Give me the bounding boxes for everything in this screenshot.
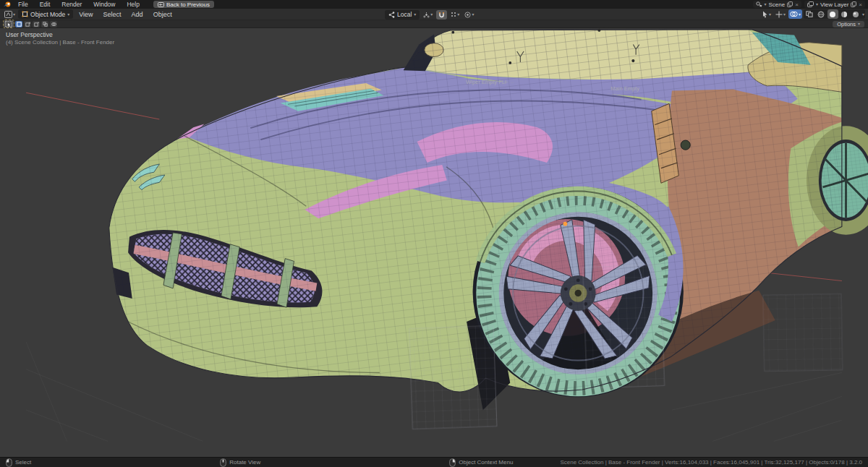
- snap-with-dropdown[interactable]: ▾: [449, 10, 461, 20]
- select-mode-subtract[interactable]: [33, 21, 40, 27]
- show-overlays-toggle[interactable]: ▾: [788, 9, 802, 19]
- chevron-down-icon: ▾: [472, 12, 474, 17]
- scene-stats: Scene Collection | Base - Front Fender |…: [560, 459, 862, 466]
- mode-label: Object Mode: [30, 11, 65, 18]
- pivot-icon: [423, 12, 430, 18]
- chevron-down-icon: ▾: [769, 12, 771, 17]
- select-mode-invert[interactable]: [41, 21, 48, 27]
- empty-label-main: Main Empty: [610, 85, 639, 92]
- unlink-scene-icon[interactable]: ×: [795, 1, 799, 8]
- orientation-label: Local: [397, 11, 412, 18]
- gizmo-icon: [775, 11, 783, 18]
- wireframe-shading-icon: [817, 11, 825, 18]
- menu-object[interactable]: Object: [149, 9, 176, 20]
- mouse-left-icon: [6, 458, 12, 467]
- active-tool-box-select[interactable]: [4, 20, 14, 27]
- mouse-middle-icon: [220, 458, 226, 467]
- object-mode-icon: [22, 11, 28, 17]
- empty-label-wiper: Wiper Empty FLI: [466, 79, 506, 85]
- menu-select[interactable]: Select: [99, 9, 126, 20]
- new-scene-icon[interactable]: [787, 1, 793, 7]
- chevron-down-icon: ▾: [858, 22, 860, 26]
- new-view-layer-icon[interactable]: [851, 1, 856, 7]
- chevron-down-icon: ▾: [13, 12, 15, 17]
- proportional-editing-toggle[interactable]: ▾: [463, 10, 475, 20]
- menu-window[interactable]: Window: [88, 0, 120, 9]
- xray-icon: [806, 11, 813, 17]
- hint-select: Select: [6, 458, 31, 467]
- object-type-visibility-dropdown[interactable]: ▾: [760, 9, 773, 19]
- viewport-3d[interactable]: User Perspective (4) Scene Collection | …: [0, 28, 868, 457]
- material-shading-icon: [841, 11, 848, 18]
- back-to-previous-button[interactable]: Back to Previous: [153, 1, 214, 8]
- scene-canvas[interactable]: Wiper Empty FLI Main Empty: [0, 28, 868, 457]
- menu-help[interactable]: Help: [122, 0, 144, 9]
- view-layer-icon: [807, 1, 814, 7]
- options-label: Options: [837, 21, 856, 27]
- viewport-editor-icon: [4, 11, 12, 18]
- chevron-down-icon: ▾: [816, 2, 818, 7]
- tool-settings-bar: Options ▾: [0, 20, 868, 28]
- solid-shading-icon: [829, 11, 836, 18]
- snap-grid-icon: [451, 12, 456, 17]
- scene-name: Scene: [769, 1, 786, 8]
- chevron-down-icon: ▾: [414, 12, 416, 17]
- xray-toggle[interactable]: [804, 9, 815, 19]
- chevron-down-icon: ▾: [430, 12, 433, 17]
- blender-logo-icon: [3, 1, 12, 8]
- chevron-down-icon: ▾: [783, 12, 786, 17]
- menu-view[interactable]: View: [75, 9, 97, 20]
- chevron-down-icon: ▾: [457, 12, 459, 17]
- pivot-point-dropdown[interactable]: ▾: [422, 10, 434, 20]
- chevron-down-icon: ▾: [765, 2, 767, 7]
- visibility-pointer-icon: [762, 11, 768, 18]
- chevron-down-icon: ▾: [799, 12, 801, 17]
- select-mode-new[interactable]: [15, 21, 22, 27]
- shading-solid-button[interactable]: [827, 9, 838, 19]
- rendered-shading-icon: [852, 11, 859, 18]
- mouse-right-icon: [449, 458, 456, 467]
- hint-context-menu: Object Context Menu: [449, 458, 513, 467]
- shading-rendered-button[interactable]: [851, 9, 861, 19]
- select-mode-extend[interactable]: [24, 21, 31, 27]
- view-layer-selector[interactable]: ▾ View Layer ×: [804, 1, 865, 8]
- topbar: File Edit Render Window Help Back to Pre…: [0, 0, 868, 9]
- proportional-edit-icon: [464, 12, 471, 18]
- view-layer-name: View Layer: [820, 1, 848, 8]
- menu-add[interactable]: Add: [127, 9, 148, 20]
- menu-edit[interactable]: Edit: [35, 0, 56, 9]
- mode-dropdown[interactable]: Object Mode ▾: [18, 9, 73, 19]
- select-mode-intersect[interactable]: [50, 21, 57, 27]
- back-to-previous-label: Back to Previous: [166, 1, 210, 8]
- shading-material-button[interactable]: [839, 9, 850, 19]
- box-select-icon: [5, 21, 12, 27]
- overlays-icon: [790, 11, 798, 17]
- transform-orientation-dropdown[interactable]: Local ▾: [385, 10, 420, 20]
- hint-rotate-view: Rotate View: [220, 458, 260, 467]
- scene-icon: [756, 1, 762, 7]
- editor-type-button[interactable]: ▾: [3, 9, 17, 19]
- hint-context-label: Object Context Menu: [459, 459, 513, 466]
- hint-select-label: Select: [15, 459, 31, 466]
- chevron-down-icon: ▾: [67, 12, 69, 17]
- magnet-icon: [438, 12, 445, 18]
- shading-wireframe-button[interactable]: [816, 9, 827, 19]
- scene-selector[interactable]: ▾ Scene ×: [753, 1, 801, 8]
- remove-view-layer-icon[interactable]: ×: [859, 1, 862, 8]
- menu-render[interactable]: Render: [56, 0, 87, 9]
- menu-file[interactable]: File: [13, 0, 33, 9]
- viewport-header: ▾ Object Mode ▾ View Select Add Object L…: [0, 9, 868, 20]
- options-button[interactable]: Options ▾: [833, 21, 864, 27]
- snap-toggle[interactable]: [436, 10, 447, 20]
- object-origin-dot: [563, 222, 568, 226]
- shading-dropdown-icon[interactable]: ▾: [862, 12, 864, 17]
- hint-rotate-label: Rotate View: [229, 459, 260, 466]
- workspace-back-icon: [158, 2, 164, 7]
- orientation-icon: [388, 12, 395, 18]
- statusbar: Select Rotate View Object Context Menu S…: [0, 457, 868, 467]
- show-gizmo-toggle[interactable]: ▾: [774, 9, 787, 19]
